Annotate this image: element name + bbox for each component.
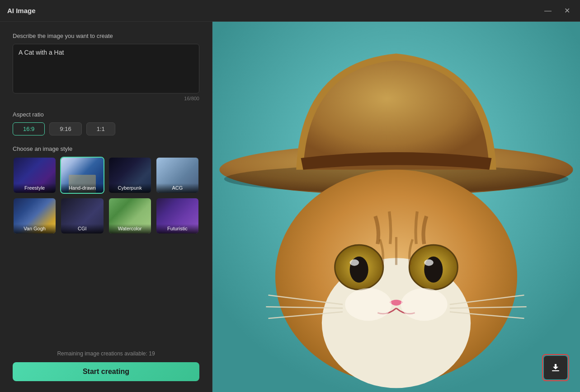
style-label-watercolor: Watercolor [109, 224, 151, 233]
style-label: Choose an image style [13, 145, 199, 152]
svg-point-13 [424, 259, 434, 266]
aspect-ratio-section: Aspect ratio 16:9 9:16 1:1 [13, 111, 199, 135]
cat-image [212, 22, 580, 392]
style-label-futuristic: Futuristic [156, 224, 198, 233]
remaining-text: Remaining image creations available: 19 [13, 350, 199, 357]
aspect-9-16[interactable]: 9:16 [49, 122, 81, 135]
window-title: AI Image [7, 7, 36, 14]
style-label-handdrawn: Hand-drawn [61, 183, 103, 193]
download-icon [550, 362, 561, 373]
style-item-cyberpunk[interactable]: Cyberpunk [108, 157, 152, 194]
left-panel: Describe the image you want to create A … [0, 22, 212, 392]
style-section: Choose an image style Freestyle Hand-dra… [13, 145, 199, 234]
style-item-freestyle[interactable]: Freestyle [13, 157, 57, 194]
window-controls: — ✕ [542, 6, 573, 15]
aspect-16-9[interactable]: 16:9 [13, 122, 45, 135]
style-item-vangogh[interactable]: Van Gogh [13, 197, 57, 234]
svg-point-9 [350, 259, 359, 266]
char-count: 16/800 [13, 96, 199, 101]
aspect-1-1[interactable]: 1:1 [86, 122, 115, 135]
prompt-label: Describe the image you want to create [13, 33, 199, 39]
titlebar: AI Image — ✕ [0, 0, 580, 22]
main-layout: Describe the image you want to create A … [0, 22, 580, 392]
style-item-futuristic[interactable]: Futuristic [156, 197, 199, 234]
style-item-handdrawn[interactable]: Hand-drawn [60, 157, 104, 194]
generated-image-area [212, 22, 580, 392]
start-creating-button[interactable]: Start creating [13, 362, 199, 381]
svg-rect-23 [552, 370, 559, 371]
svg-point-22 [401, 288, 448, 321]
prompt-textarea[interactable]: A Cat with a Hat [13, 44, 199, 93]
svg-point-21 [345, 288, 391, 321]
download-button-highlight [542, 354, 569, 381]
right-panel [212, 22, 580, 392]
style-item-acg[interactable]: ACG [156, 157, 199, 194]
style-item-watercolor[interactable]: Watercolor [108, 197, 152, 234]
aspect-ratio-label: Aspect ratio [13, 111, 199, 118]
style-grid: Freestyle Hand-drawn Cyberpunk ACG [13, 157, 199, 234]
download-button[interactable] [544, 356, 567, 379]
close-button[interactable]: ✕ [561, 6, 573, 15]
style-label-cyberpunk: Cyberpunk [109, 183, 151, 193]
style-label-freestyle: Freestyle [14, 183, 56, 193]
style-label-acg: ACG [156, 183, 198, 193]
style-label-vangogh: Van Gogh [14, 224, 56, 233]
download-area [542, 354, 569, 381]
style-item-cgi[interactable]: CGI [60, 197, 104, 234]
style-label-cgi: CGI [61, 224, 103, 233]
aspect-buttons: 16:9 9:16 1:1 [13, 122, 199, 135]
minimize-button[interactable]: — [542, 6, 554, 15]
